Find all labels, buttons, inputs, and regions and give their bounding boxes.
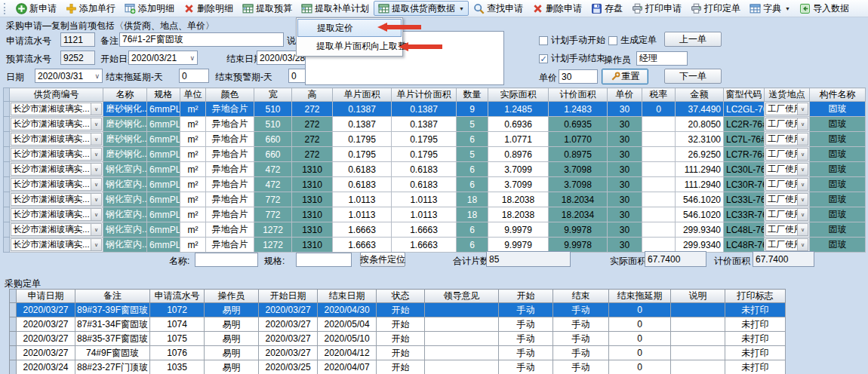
grid-cell-actual_area[interactable]: 1.2485 [488,102,549,117]
grid-cell-name[interactable]: 磨砂钢化... [103,147,147,162]
orders-column-header[interactable]: 状态 [377,290,425,303]
grid-cell-tax[interactable] [642,162,676,177]
delay-days-input[interactable]: 0 [179,69,209,83]
orders-cell[interactable]: 易明 [205,346,259,360]
grid-cell-actual_area[interactable]: 18.2038 [488,207,549,222]
grid-cell-width[interactable]: 772 [254,192,292,207]
grid-cell-height[interactable]: 272 [292,147,333,162]
orders-row[interactable]: 2020/03/2774#9F窗固玻1076易明2020/03/272020/0… [10,346,786,360]
grid-cell-part[interactable]: 固玻 [810,132,866,147]
orders-cell[interactable]: 2020/03/27 [259,317,318,332]
grid-column-header[interactable]: 名称 [103,88,147,102]
grid-row[interactable]: 长沙市潇湘玻璃实...∨钢化室内...6mmPLE...m²异地合片127213… [4,238,866,253]
grid-cell-calc_area[interactable]: 1.0770 [549,132,608,147]
orders-cell[interactable]: 2020/03/25 [259,360,318,374]
orders-column-header[interactable]: 打印标志 [725,290,786,303]
grid-row-header[interactable] [4,117,10,132]
grid-column-header[interactable]: 单位 [180,88,206,102]
grid-cell-qty[interactable]: 5 [457,147,488,162]
grid-cell-spec[interactable]: 6mmPLE... [147,132,180,147]
orders-cell[interactable]: 手动 [499,346,553,360]
grid-column-header[interactable]: 计价面积 [549,88,608,102]
grid-cell-calc_area[interactable]: 3.7098 [549,177,608,192]
grid-cell-win_code[interactable]: LC2R-76#-1F [724,117,765,132]
grid-cell-piece_area[interactable]: 1.0113 [333,207,392,222]
grid-cell-part[interactable]: 固玻 [810,207,866,222]
combo-arrow-icon[interactable]: ∨ [797,179,808,190]
grid-cell-unit[interactable]: m² [180,238,206,253]
grid-cell-tax[interactable] [642,117,676,132]
orders-row-header[interactable] [10,346,17,360]
grid-cell-amount[interactable]: 546.1020 [676,207,724,222]
grid-cell-win_code[interactable]: LC30L-76#... [724,162,765,177]
grid-cell-supplier[interactable]: 长沙市潇湘玻璃实...∨ [10,177,103,192]
grid-cell-width[interactable]: 510 [254,117,292,132]
grid-cell-part[interactable]: 固玻 [810,162,866,177]
grid-cell-name[interactable]: 钢化室内... [103,222,147,238]
grid-cell-price[interactable]: 30 [608,147,642,162]
date-picker[interactable]: 2020/03/31∨ [35,69,103,83]
orders-cell[interactable] [425,303,499,317]
grid-cell-part[interactable]: 固玻 [810,238,866,253]
grid-cell-width[interactable]: 472 [254,177,292,192]
grid-column-header[interactable]: 供货商编号 [10,88,103,102]
grid-cell-piece_area[interactable]: 0.1795 [333,147,392,162]
orders-cell[interactable]: 未打印 [725,360,786,374]
start-date-picker[interactable]: 2020/03/21∨ [128,51,198,65]
grid-cell-part[interactable]: 固玻 [810,177,866,192]
grid-column-header[interactable]: 窗型代码 [724,88,765,102]
grid-cell-piece_area[interactable]: 1.6663 [333,238,392,253]
grid-cell-width[interactable]: 772 [254,207,292,222]
toolbar-button-10[interactable]: 存盘 [586,1,627,16]
orders-cell[interactable] [425,360,499,374]
orders-cell[interactable]: 2020/03/27 [259,346,318,360]
grid-cell-qty[interactable]: 6 [457,132,488,147]
grid-cell-height[interactable]: 272 [292,117,333,132]
orders-cell[interactable]: 易明 [205,360,259,374]
grid-cell-height[interactable]: 1310 [292,162,333,177]
grid-cell-piece_calc_area[interactable]: 1.6663 [392,238,457,253]
orders-cell[interactable]: 手动 [499,303,553,317]
grid-cell-unit[interactable]: m² [180,162,206,177]
grid-cell-amount[interactable]: 26.9250 [676,147,724,162]
grid-cell-color[interactable]: 异地合片 [206,117,254,132]
orders-cell[interactable]: 2020/04/12 [318,346,377,360]
orders-cell[interactable] [671,346,725,360]
grid-cell-unit[interactable]: m² [180,192,206,207]
grid-cell-width[interactable]: 660 [254,132,292,147]
toolbar-button-14[interactable]: 导入数据 [795,1,854,16]
grid-cell-part[interactable]: 固玻 [810,147,866,162]
grid-cell-unit[interactable]: m² [180,222,206,238]
grid-cell-delivery[interactable]: 工厂使用∨ [765,222,810,238]
orders-cell[interactable] [671,332,725,346]
grid-cell-actual_area[interactable]: 3.7099 [488,162,549,177]
orders-column-header[interactable]: 操作员 [205,290,259,303]
manual-start-checkbox[interactable]: 计划手动开始 [539,34,605,47]
orders-cell[interactable]: 2020/03/27 [259,332,318,346]
combo-arrow-icon[interactable]: ∨ [91,194,101,205]
orders-cell[interactable]: 易明 [205,303,259,317]
grid-column-header[interactable]: 颜色 [206,88,254,102]
combo-arrow-icon[interactable]: ∨ [91,133,101,145]
grid-column-header[interactable]: 税率 [642,88,676,102]
orders-cell[interactable]: 0 [609,332,671,346]
orders-cell[interactable]: 2020/03/27 [17,317,75,332]
combo-arrow-icon[interactable]: ∨ [91,239,101,250]
orders-cell[interactable] [671,303,725,317]
orders-cell[interactable]: 2020/05/10 [318,332,377,346]
grid-row[interactable]: 长沙市潇湘玻璃实...∨磨砂钢化...6mmPLE...m²异地合片660272… [4,132,866,147]
grid-cell-tax[interactable] [642,147,676,162]
grid-row[interactable]: 长沙市潇湘玻璃实...∨磨砂钢化...6mmPLE...m²异地合片660272… [4,147,866,162]
orders-row-header[interactable] [10,360,17,374]
grid-cell-name[interactable]: 钢化室内... [103,162,147,177]
orders-cell[interactable]: 0 [609,303,671,317]
grid-cell-price[interactable]: 30 [608,192,642,207]
grid-cell-win_code[interactable]: LC33R-76#... [724,207,765,222]
grid-cell-part[interactable]: 固玻 [810,102,866,117]
grid-cell-piece_calc_area[interactable]: 0.6183 [392,162,457,177]
grid-row[interactable]: 长沙市潇湘玻璃实...∨磨砂钢化...6mmPLE...m²异地合片510272… [4,117,866,132]
grid-cell-win_code[interactable]: LC30R-76#... [724,177,765,192]
grid-cell-piece_calc_area[interactable]: 0.6183 [392,177,457,192]
grid-cell-supplier[interactable]: 长沙市潇湘玻璃实...∨ [10,222,103,238]
grid-cell-price[interactable]: 30 [608,117,642,132]
